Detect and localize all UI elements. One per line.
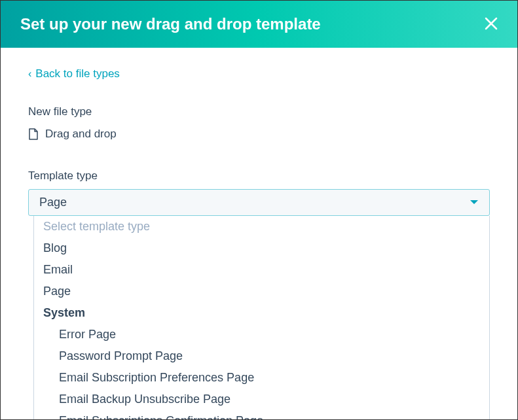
template-type-select[interactable]: Page	[28, 189, 490, 216]
dropdown-option[interactable]: Page	[34, 281, 489, 302]
modal-header: Set up your new drag and drop template	[1, 1, 517, 48]
dropdown-option[interactable]: Email	[34, 259, 489, 281]
file-icon	[28, 128, 39, 140]
template-type-label: Template type	[28, 169, 490, 183]
back-link-label: Back to file types	[35, 67, 120, 80]
select-value: Page	[39, 196, 67, 209]
dropdown-option[interactable]: Password Prompt Page	[34, 345, 489, 367]
dropdown-option[interactable]: Blog	[34, 237, 489, 259]
file-type-value: Drag and drop	[45, 128, 117, 141]
dropdown-option[interactable]: Select template type	[34, 216, 489, 237]
back-link[interactable]: ‹ Back to file types	[28, 67, 120, 80]
dropdown-option[interactable]: Error Page	[34, 324, 489, 345]
close-icon[interactable]	[485, 15, 498, 33]
chevron-down-icon	[470, 198, 479, 207]
dropdown-option[interactable]: Email Backup Unsubscribe Page	[34, 389, 489, 410]
file-type-label: New file type	[28, 105, 490, 118]
dropdown-option[interactable]: Email Subscriptions Confirmation Page	[34, 410, 489, 420]
file-type-row: Drag and drop	[28, 128, 490, 141]
modal-title: Set up your new drag and drop template	[20, 15, 321, 33]
modal-body: ‹ Back to file types New file type Drag …	[1, 48, 517, 420]
dropdown-option[interactable]: Email Subscription Preferences Page	[34, 367, 489, 389]
chevron-left-icon: ‹	[28, 68, 31, 80]
template-type-dropdown: Select template typeBlogEmailPageSystemE…	[33, 216, 490, 420]
dropdown-option[interactable]: System	[34, 302, 489, 324]
